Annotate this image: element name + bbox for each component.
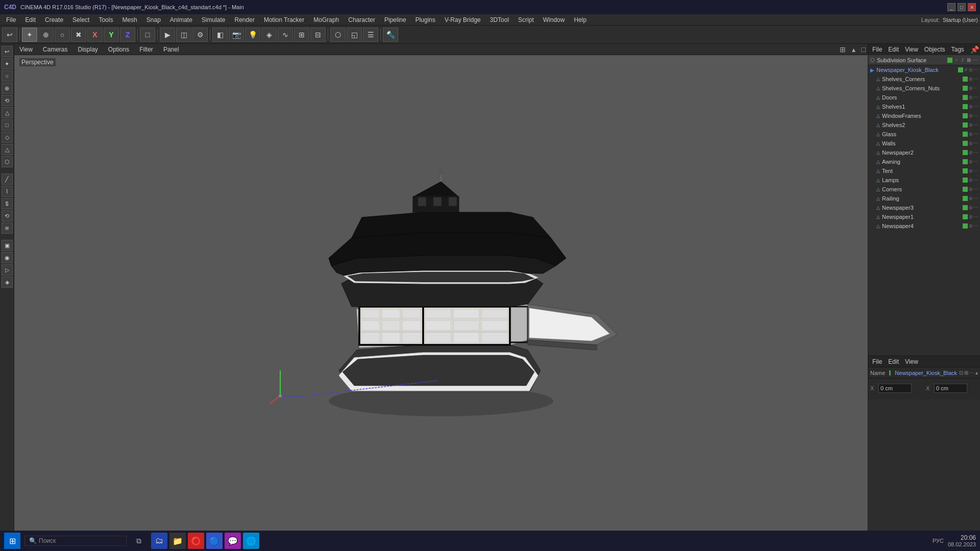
task-view-button[interactable]: ⧉: [131, 533, 147, 549]
array-btn[interactable]: ⊞: [294, 28, 309, 42]
obj-row-3[interactable]: △ Shelves1 ⊞ ⋯: [868, 102, 980, 111]
menu-create[interactable]: Create: [41, 15, 67, 24]
menu-help[interactable]: Help: [570, 15, 591, 24]
filter-btn[interactable]: ☰: [363, 28, 378, 42]
subdivision-surface-row[interactable]: ⬡ Subdivision Surface ✓ ✗ ⊞ ⋯: [868, 55, 980, 65]
vp-menu-cameras[interactable]: Cameras: [40, 45, 71, 54]
app-3[interactable]: ⭕: [188, 533, 204, 549]
axis-y-btn[interactable]: Y: [104, 28, 119, 42]
menu-pipeline[interactable]: Pipeline: [380, 15, 410, 24]
left-tool-12[interactable]: $: [2, 198, 13, 209]
obj-row-9[interactable]: △ Awning ⊞ ⋯: [868, 157, 980, 166]
attr-menu-view[interactable]: View: [903, 357, 920, 366]
coord-x-input[interactable]: [878, 384, 912, 393]
select-tool[interactable]: ✖: [71, 28, 86, 42]
axis-x-btn[interactable]: X: [87, 28, 103, 42]
obj-row-7[interactable]: △ Walls ⊞ ⋯: [868, 139, 980, 148]
rp-menu-tags[interactable]: Tags: [949, 45, 966, 54]
camera-btn[interactable]: 📷: [229, 28, 244, 42]
spline-btn[interactable]: ∿: [278, 28, 293, 42]
cloner-btn[interactable]: ⊟: [310, 28, 326, 42]
attr-ctrl-4[interactable]: ▴: [975, 370, 978, 375]
rp-menu-objects[interactable]: Objects: [922, 45, 947, 54]
obj-row-news1[interactable]: △ Newspaper1 ⊞ ⋯: [868, 212, 980, 221]
rp-menu-edit[interactable]: Edit: [886, 45, 901, 54]
rotate-tool[interactable]: ○: [55, 28, 70, 42]
menu-mesh[interactable]: Mesh: [118, 15, 141, 24]
left-tool-4[interactable]: ⟲: [2, 95, 13, 106]
app-1[interactable]: 🗂: [151, 533, 167, 549]
menu-animate[interactable]: Animate: [166, 15, 197, 24]
left-tool-10[interactable]: ╱: [2, 173, 13, 185]
attr-ctrl-2[interactable]: ⊞: [964, 370, 968, 375]
app-6[interactable]: 🌐: [243, 533, 259, 549]
vp-menu-options[interactable]: Options: [105, 45, 132, 54]
left-tool-0[interactable]: ↩: [2, 46, 13, 57]
coord-x2-input[interactable]: [934, 384, 967, 393]
left-tool-13[interactable]: ⟲: [2, 210, 13, 221]
move-tool[interactable]: ✦: [22, 28, 37, 42]
obj-row-6[interactable]: △ Glass ⊞ ⋯: [868, 130, 980, 139]
left-tool-14[interactable]: ≋: [2, 222, 13, 234]
left-tool-17[interactable]: ▷: [2, 264, 13, 276]
snap-btn[interactable]: 🔦: [383, 28, 398, 42]
vp-icon-settings[interactable]: ▴: [852, 45, 855, 54]
obj-row-railing[interactable]: △ Railing ⊞ ⋯: [868, 194, 980, 203]
attr-ctrl-1[interactable]: ⊡: [959, 370, 963, 375]
menu-plugins[interactable]: Plugins: [411, 15, 439, 24]
vp-menu-view[interactable]: View: [16, 45, 36, 54]
rp-menu-file[interactable]: File: [870, 45, 884, 54]
left-tool-3[interactable]: ⊕: [2, 83, 13, 94]
left-tool-16[interactable]: ◉: [2, 252, 13, 263]
start-button[interactable]: ⊞: [4, 533, 20, 549]
menu-script[interactable]: Script: [514, 15, 538, 24]
menu-tools[interactable]: Tools: [94, 15, 117, 24]
subdiv-x[interactable]: ✗: [961, 57, 965, 63]
menu-edit[interactable]: Edit: [21, 15, 40, 24]
left-tool-18[interactable]: ◈: [2, 277, 13, 288]
render-region-btn[interactable]: ◫: [176, 28, 191, 42]
attr-menu-edit[interactable]: Edit: [886, 357, 901, 366]
obj-row-10[interactable]: △ Tent ⊞ ⋯: [868, 166, 980, 176]
attr-menu-file[interactable]: File: [870, 357, 884, 366]
app-5[interactable]: 💬: [225, 533, 241, 549]
render-settings-btn[interactable]: ⚙: [192, 28, 208, 42]
menu-select[interactable]: Select: [68, 15, 93, 24]
obj-row-4[interactable]: △ WindowFrames ⊞ ⋯: [868, 111, 980, 120]
left-tool-7[interactable]: ◇: [2, 132, 13, 143]
render-btn[interactable]: ▶: [160, 28, 175, 42]
menu-file[interactable]: File: [2, 15, 20, 24]
left-tool-6[interactable]: □: [2, 119, 13, 131]
menu-3dtool[interactable]: 3DTool: [486, 15, 513, 24]
left-tool-8[interactable]: △: [2, 144, 13, 155]
close-button[interactable]: ✕: [968, 3, 976, 11]
left-tool-5[interactable]: △: [2, 107, 13, 118]
obj-row-news3[interactable]: △ Newspaper3 ⊞ ⋯: [868, 203, 980, 212]
rp-pin-icon[interactable]: 📌: [970, 45, 979, 54]
vp-menu-display[interactable]: Display: [75, 45, 101, 54]
obj-row-1[interactable]: △ Shelves_Corners_Nuts ⊞ ⋯: [868, 84, 980, 93]
search-bar[interactable]: 🔍 Поиск: [24, 536, 127, 546]
deformer-btn[interactable]: ◈: [261, 28, 277, 42]
left-tool-9[interactable]: ⬡: [2, 156, 13, 167]
maximize-button[interactable]: □: [958, 3, 966, 11]
display-mode-btn[interactable]: ◱: [347, 28, 362, 42]
menu-character[interactable]: Character: [344, 15, 379, 24]
obj-row-0[interactable]: △ Shelves_Corners ⊞ ⋯: [868, 74, 980, 84]
minimize-button[interactable]: _: [947, 3, 955, 11]
obj-row-news4[interactable]: △ Newspaper4 ⊞ ⋯: [868, 221, 980, 229]
menu-simulate[interactable]: Simulate: [198, 15, 230, 24]
scene[interactable]: Grid Spacing : 100 cm: [14, 55, 868, 540]
polygon-tool[interactable]: □: [140, 28, 155, 42]
obj-row-2[interactable]: △ Doors ⊞ ⋯: [868, 93, 980, 102]
menu-render[interactable]: Render: [231, 15, 259, 24]
left-tool-2[interactable]: ○: [2, 70, 13, 82]
vp-menu-panel[interactable]: Panel: [160, 45, 182, 54]
menu-motion-tracker[interactable]: Motion Tracker: [260, 15, 308, 24]
rp-menu-view[interactable]: View: [903, 45, 920, 54]
menu-mograph[interactable]: MoGraph: [309, 15, 343, 24]
obj-row-8[interactable]: △ Newspaper2 ⊞ ⋯: [868, 148, 980, 157]
cube-btn[interactable]: ◧: [212, 28, 228, 42]
menu-vray[interactable]: V-Ray Bridge: [440, 15, 485, 24]
undo-button[interactable]: ↩: [2, 28, 17, 42]
